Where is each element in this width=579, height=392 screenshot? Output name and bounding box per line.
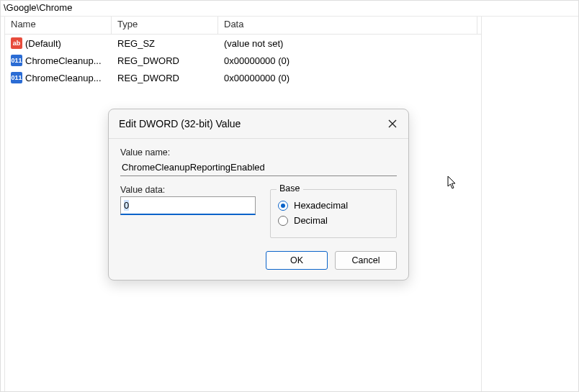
value-name-cell: (Default) xyxy=(25,38,61,49)
value-data-cell: (value not set) xyxy=(218,38,477,49)
value-type-cell: REG_DWORD xyxy=(112,73,218,83)
dialog-title: Edit DWORD (32-bit) Value xyxy=(119,118,241,129)
table-row[interactable]: 011 ChromeCleanup... REG_DWORD 0x0000000… xyxy=(5,69,481,86)
radio-decimal[interactable]: Decimal xyxy=(278,215,389,226)
value-name-cell: ChromeCleanup... xyxy=(25,73,102,83)
value-type-cell: REG_SZ xyxy=(112,38,218,49)
value-data-input[interactable]: 0 xyxy=(120,196,256,215)
string-value-icon: ab xyxy=(11,37,22,49)
value-name-label: Value name: xyxy=(120,147,397,158)
registry-path: \Google\Chrome xyxy=(1,1,578,17)
value-data-cell: 0x00000000 (0) xyxy=(218,55,477,66)
dialog-body: Value name: ChromeCleanupReportingEnable… xyxy=(109,139,408,280)
column-header-type[interactable]: Type xyxy=(112,17,218,34)
radio-hexadecimal[interactable]: Hexadecimal xyxy=(278,200,389,211)
close-icon[interactable] xyxy=(385,117,400,131)
registry-editor-window: \Google\Chrome Name Type Data ab (Defaul… xyxy=(0,0,579,392)
cancel-button[interactable]: Cancel xyxy=(335,251,397,270)
value-data-label: Value data: xyxy=(120,185,257,195)
dword-value-icon: 011 xyxy=(11,55,22,66)
table-row[interactable]: 011 ChromeCleanup... REG_DWORD 0x0000000… xyxy=(5,52,481,69)
table-row[interactable]: ab (Default) REG_SZ (value not set) xyxy=(5,35,481,52)
base-fieldset: Base Hexadecimal Decimal xyxy=(270,189,397,238)
list-header: Name Type Data xyxy=(5,17,481,35)
radio-icon xyxy=(278,216,288,226)
radio-icon xyxy=(278,201,288,211)
radio-label: Hexadecimal xyxy=(294,200,348,211)
value-data-cell: 0x00000000 (0) xyxy=(218,73,477,83)
edit-dword-dialog: Edit DWORD (32-bit) Value Value name: Ch… xyxy=(108,109,409,281)
right-gutter xyxy=(481,17,578,391)
dialog-titlebar: Edit DWORD (32-bit) Value xyxy=(109,109,408,139)
value-rows: ab (Default) REG_SZ (value not set) 011 … xyxy=(5,35,481,86)
column-header-name[interactable]: Name xyxy=(5,17,112,34)
value-type-cell: REG_DWORD xyxy=(112,55,218,66)
value-name-cell: ChromeCleanup... xyxy=(25,55,102,66)
ok-button[interactable]: OK xyxy=(266,251,328,270)
dword-value-icon: 011 xyxy=(11,72,22,83)
column-header-data[interactable]: Data xyxy=(218,17,477,34)
radio-label: Decimal xyxy=(294,215,328,226)
value-name-field[interactable]: ChromeCleanupReportingEnabled xyxy=(120,159,397,176)
base-legend: Base xyxy=(277,183,303,193)
